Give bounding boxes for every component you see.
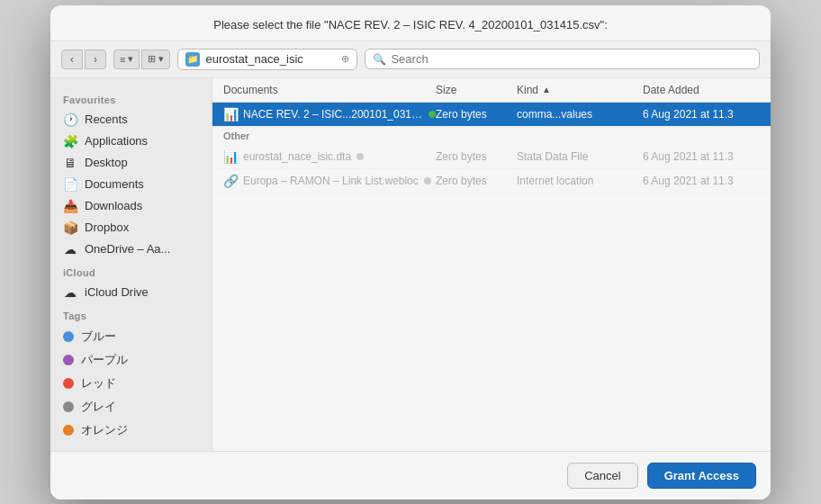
column-header-name: Documents bbox=[223, 84, 436, 96]
tag-label: オレンジ bbox=[81, 422, 128, 438]
downloads-icon: 📥 bbox=[63, 199, 77, 213]
view-buttons: ≡ ⊞ bbox=[113, 50, 170, 69]
sidebar-item-dropbox[interactable]: 📦 Dropbox bbox=[50, 217, 212, 238]
location-text: eurostat_nace_isic bbox=[205, 52, 336, 66]
chevron-down-icon bbox=[128, 53, 133, 65]
file-size: Zero bytes bbox=[436, 108, 517, 121]
table-row[interactable]: 📊 NACE REV. 2 – ISIC...200101_031415.csv… bbox=[212, 103, 771, 127]
tag-label: レッド bbox=[81, 375, 116, 392]
cancel-button[interactable]: Cancel bbox=[567, 463, 637, 489]
file-name-cell: 🔗 Europa – RAMON – Link List.webloc bbox=[223, 174, 436, 188]
grid-icon: ⊞ bbox=[148, 53, 156, 65]
file-list-header: Documents Size Kind ▲ Date Added bbox=[212, 78, 771, 103]
file-name-cell: 📊 eurostat_nace_isic.dta bbox=[223, 149, 436, 164]
column-header-date: Date Added bbox=[643, 84, 760, 96]
chevron-right-icon bbox=[94, 53, 97, 66]
file-name-cell: 📊 NACE REV. 2 – ISIC...200101_031415.csv bbox=[223, 107, 436, 122]
sidebar-item-tag-red[interactable]: レッド bbox=[50, 372, 212, 395]
back-button[interactable] bbox=[61, 50, 83, 69]
search-icon: 🔍 bbox=[373, 53, 386, 66]
sidebar-item-label: iCloud Drive bbox=[85, 285, 149, 299]
onedrive-icon: ☁ bbox=[63, 242, 77, 256]
tags-label: Tags bbox=[50, 303, 212, 325]
sidebar-item-applications[interactable]: 🧩 Applications bbox=[50, 130, 212, 152]
file-list: 📊 NACE REV. 2 – ISIC...200101_031415.csv… bbox=[212, 103, 771, 451]
list-view-button[interactable]: ≡ bbox=[113, 50, 140, 69]
red-tag-dot bbox=[63, 378, 74, 389]
sidebar-item-label: Dropbox bbox=[85, 220, 129, 234]
location-chevron-icon: ⊕ bbox=[341, 53, 349, 65]
file-dialog: Please select the file "NACE REV. 2 – IS… bbox=[50, 5, 771, 500]
file-kind: Internet location bbox=[517, 175, 643, 187]
chevron-down-icon2 bbox=[158, 53, 164, 65]
sync-status-dot bbox=[424, 177, 431, 184]
icloud-drive-icon: ☁ bbox=[63, 285, 77, 300]
search-input[interactable] bbox=[391, 52, 752, 66]
sidebar-item-documents[interactable]: 📄 Documents bbox=[50, 174, 212, 195]
sidebar-item-tag-blue[interactable]: ブルー bbox=[50, 325, 212, 348]
sort-arrow-icon: ▲ bbox=[542, 85, 551, 94]
icloud-label: iCloud bbox=[50, 260, 212, 282]
sidebar-item-recents[interactable]: 🕐 Recents bbox=[50, 109, 212, 130]
sidebar-item-label: Recents bbox=[85, 112, 128, 126]
sync-status-dot bbox=[356, 153, 364, 160]
sidebar-item-label: Applications bbox=[85, 134, 148, 148]
file-date: 6 Aug 2021 at 11.3 bbox=[643, 150, 760, 163]
sidebar: Favourites 🕐 Recents 🧩 Applications 🖥 De… bbox=[50, 78, 212, 451]
file-kind: comma...values bbox=[517, 108, 643, 121]
webloc-file-icon: 🔗 bbox=[223, 174, 238, 188]
grid-view-button[interactable]: ⊞ bbox=[141, 50, 170, 69]
sidebar-item-downloads[interactable]: 📥 Downloads bbox=[50, 195, 212, 217]
file-name: eurostat_nace_isic.dta bbox=[243, 150, 351, 163]
sidebar-item-desktop[interactable]: 🖥 Desktop bbox=[50, 152, 212, 174]
file-size: Zero bytes bbox=[436, 150, 517, 163]
documents-icon: 📄 bbox=[63, 177, 77, 192]
other-section-label: Other bbox=[212, 127, 771, 145]
dialog-title: Please select the file "NACE REV. 2 – IS… bbox=[50, 5, 771, 41]
file-size: Zero bytes bbox=[436, 175, 517, 187]
folder-icon: 📁 bbox=[185, 52, 200, 67]
column-header-kind[interactable]: Kind ▲ bbox=[517, 84, 643, 96]
file-kind: Stata Data File bbox=[517, 150, 643, 163]
tag-label: グレイ bbox=[81, 399, 116, 415]
sidebar-item-onedrive[interactable]: ☁ OneDrive – Aa... bbox=[50, 238, 212, 260]
search-box[interactable]: 🔍 bbox=[365, 49, 760, 69]
sidebar-item-label: Desktop bbox=[85, 156, 128, 169]
file-date: 6 Aug 2021 at 11.3 bbox=[643, 108, 760, 121]
table-row[interactable]: 📊 eurostat_nace_isic.dta Zero bytes Stat… bbox=[212, 145, 771, 169]
purple-tag-dot bbox=[63, 355, 74, 365]
desktop-icon: 🖥 bbox=[63, 156, 77, 170]
file-list-area: Documents Size Kind ▲ Date Added 📊 NACE … bbox=[212, 78, 771, 451]
column-header-size: Size bbox=[436, 84, 517, 96]
sidebar-item-tag-orange[interactable]: オレンジ bbox=[50, 418, 212, 442]
sidebar-item-label: OneDrive – Aa... bbox=[85, 242, 170, 256]
file-date: 6 Aug 2021 at 11.3 bbox=[643, 175, 760, 187]
sync-status-dot bbox=[429, 111, 436, 118]
orange-tag-dot bbox=[63, 425, 74, 436]
gray-tag-dot bbox=[63, 401, 74, 412]
sidebar-item-tag-gray[interactable]: グレイ bbox=[50, 395, 212, 418]
tag-label: ブルー bbox=[81, 328, 116, 345]
location-dropdown[interactable]: 📁 eurostat_nace_isic ⊕ bbox=[177, 49, 357, 70]
sidebar-item-label: Downloads bbox=[85, 199, 142, 212]
file-name: Europa – RAMON – Link List.webloc bbox=[243, 175, 419, 187]
file-name: NACE REV. 2 – ISIC...200101_031415.csv bbox=[243, 108, 423, 121]
favourites-label: Favourites bbox=[50, 87, 212, 109]
recents-icon: 🕐 bbox=[63, 112, 77, 127]
list-icon: ≡ bbox=[120, 54, 125, 65]
sidebar-item-tag-purple[interactable]: パープル bbox=[50, 348, 212, 372]
forward-button[interactable] bbox=[85, 50, 106, 69]
toolbar: ≡ ⊞ 📁 eurostat_nace_isic ⊕ 🔍 bbox=[50, 41, 771, 78]
main-content: Favourites 🕐 Recents 🧩 Applications 🖥 De… bbox=[50, 78, 771, 451]
chevron-left-icon bbox=[70, 53, 74, 66]
dropbox-icon: 📦 bbox=[63, 220, 77, 235]
grant-access-button[interactable]: Grant Access bbox=[647, 463, 756, 489]
table-row[interactable]: 🔗 Europa – RAMON – Link List.webloc Zero… bbox=[212, 169, 771, 194]
stata-file-icon: 📊 bbox=[223, 149, 238, 164]
csv-file-icon: 📊 bbox=[223, 107, 238, 122]
dialog-footer: Cancel Grant Access bbox=[50, 451, 771, 500]
blue-tag-dot bbox=[63, 331, 74, 342]
applications-icon: 🧩 bbox=[63, 134, 77, 148]
nav-buttons bbox=[61, 50, 106, 69]
sidebar-item-icloud-drive[interactable]: ☁ iCloud Drive bbox=[50, 282, 212, 303]
